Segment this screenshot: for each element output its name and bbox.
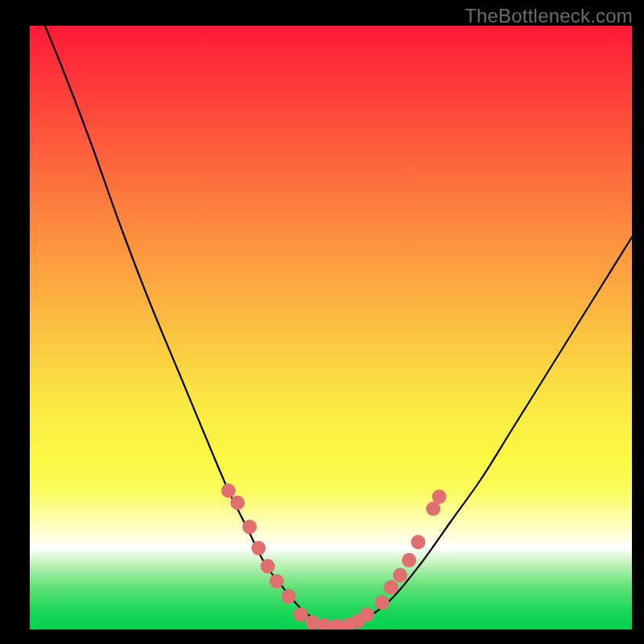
data-point bbox=[375, 595, 390, 609]
chart-frame: TheBottleneck.com bbox=[0, 0, 644, 644]
data-point bbox=[270, 574, 284, 588]
data-point bbox=[384, 580, 398, 595]
chart-svg bbox=[30, 26, 632, 630]
watermark-text: TheBottleneck.com bbox=[464, 5, 633, 27]
data-point bbox=[294, 607, 308, 621]
data-point bbox=[360, 607, 374, 621]
data-point bbox=[393, 568, 407, 583]
data-point bbox=[230, 496, 245, 510]
bottleneck-curve bbox=[30, 26, 632, 627]
data-point bbox=[282, 589, 296, 604]
plot-area bbox=[30, 26, 632, 630]
data-point bbox=[242, 520, 257, 535]
data-dots bbox=[221, 484, 447, 630]
data-point bbox=[411, 535, 426, 549]
data-point bbox=[318, 618, 332, 630]
data-point bbox=[251, 541, 266, 555]
data-point bbox=[261, 559, 275, 573]
data-point bbox=[402, 553, 416, 568]
data-point bbox=[432, 489, 447, 504]
data-point bbox=[221, 484, 236, 498]
